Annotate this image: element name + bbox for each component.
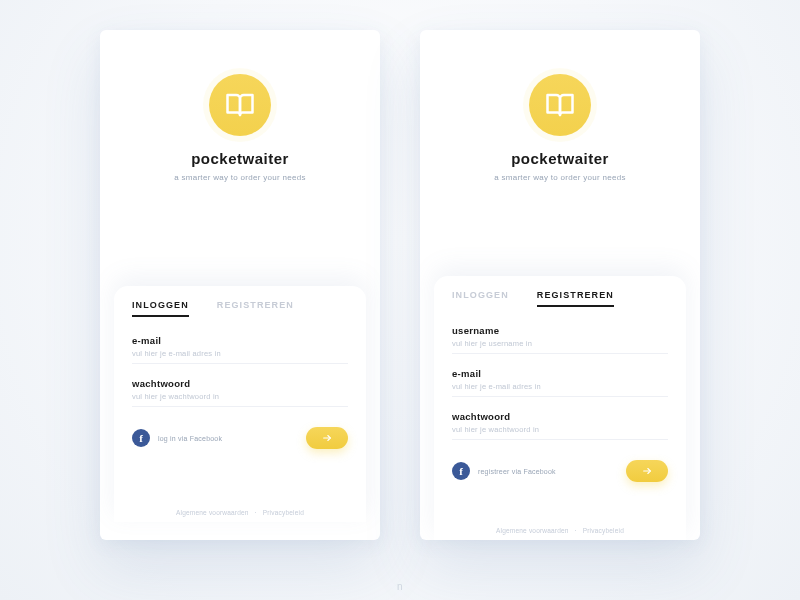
facebook-login-label: log in via Facebook (158, 435, 222, 442)
login-screen: pocketwaiter a smarter way to order your… (100, 30, 380, 540)
email-label: e-mail (132, 335, 348, 346)
tab-register[interactable]: REGISTREREN (217, 300, 294, 317)
tab-login[interactable]: INLOGGEN (132, 300, 189, 317)
arrow-right-icon (641, 466, 653, 476)
facebook-register-button[interactable]: f registreer via Facebook (452, 462, 556, 480)
hero: pocketwaiter a smarter way to order your… (420, 30, 700, 182)
terms-link[interactable]: Algemene voorwaarden (496, 527, 569, 534)
email-placeholder: vul hier je e-mail adres in (452, 382, 668, 397)
legal-links: Algemene voorwaarden · Privacybeleid (114, 509, 366, 516)
email-placeholder: vul hier je e-mail adres in (132, 349, 348, 364)
username-label: username (452, 325, 668, 336)
privacy-link[interactable]: Privacybeleid (583, 527, 624, 534)
username-field[interactable]: username vul hier je username in (452, 325, 668, 354)
auth-tabs: INLOGGEN REGISTREREN (132, 300, 348, 317)
privacy-link[interactable]: Privacybeleid (263, 509, 304, 516)
username-placeholder: vul hier je username in (452, 339, 668, 354)
facebook-login-button[interactable]: f log in via Facebook (132, 429, 222, 447)
email-label: e-mail (452, 368, 668, 379)
app-name: pocketwaiter (100, 150, 380, 167)
register-screen: pocketwaiter a smarter way to order your… (420, 30, 700, 540)
tab-register[interactable]: REGISTREREN (537, 290, 614, 307)
password-placeholder: vul hier je wachtwoord in (132, 392, 348, 407)
arrow-right-icon (321, 433, 333, 443)
auth-card-login: INLOGGEN REGISTREREN e-mail vul hier je … (114, 286, 366, 522)
watermark: n (0, 581, 800, 592)
facebook-register-label: registreer via Facebook (478, 468, 556, 475)
register-actions: f registreer via Facebook (452, 460, 668, 482)
tagline: a smarter way to order your needs (420, 173, 700, 182)
facebook-icon: f (132, 429, 150, 447)
password-field[interactable]: wachtwoord vul hier je wachtwoord in (452, 411, 668, 440)
logo-badge (209, 74, 271, 136)
password-label: wachtwoord (132, 378, 348, 389)
email-field[interactable]: e-mail vul hier je e-mail adres in (132, 335, 348, 364)
login-actions: f log in via Facebook (132, 427, 348, 449)
submit-login-button[interactable] (306, 427, 348, 449)
tagline: a smarter way to order your needs (100, 173, 380, 182)
email-field[interactable]: e-mail vul hier je e-mail adres in (452, 368, 668, 397)
legal-links: Algemene voorwaarden · Privacybeleid (434, 527, 686, 534)
app-name: pocketwaiter (420, 150, 700, 167)
terms-link[interactable]: Algemene voorwaarden (176, 509, 249, 516)
book-open-icon (545, 90, 575, 120)
submit-register-button[interactable] (626, 460, 668, 482)
password-label: wachtwoord (452, 411, 668, 422)
legal-separator: · (575, 527, 577, 534)
tab-login[interactable]: INLOGGEN (452, 290, 509, 307)
auth-tabs: INLOGGEN REGISTREREN (452, 290, 668, 307)
facebook-icon: f (452, 462, 470, 480)
password-field[interactable]: wachtwoord vul hier je wachtwoord in (132, 378, 348, 407)
legal-separator: · (255, 509, 257, 516)
hero: pocketwaiter a smarter way to order your… (100, 30, 380, 182)
auth-card-register: INLOGGEN REGISTREREN username vul hier j… (434, 276, 686, 540)
book-open-icon (225, 90, 255, 120)
password-placeholder: vul hier je wachtwoord in (452, 425, 668, 440)
logo-badge (529, 74, 591, 136)
